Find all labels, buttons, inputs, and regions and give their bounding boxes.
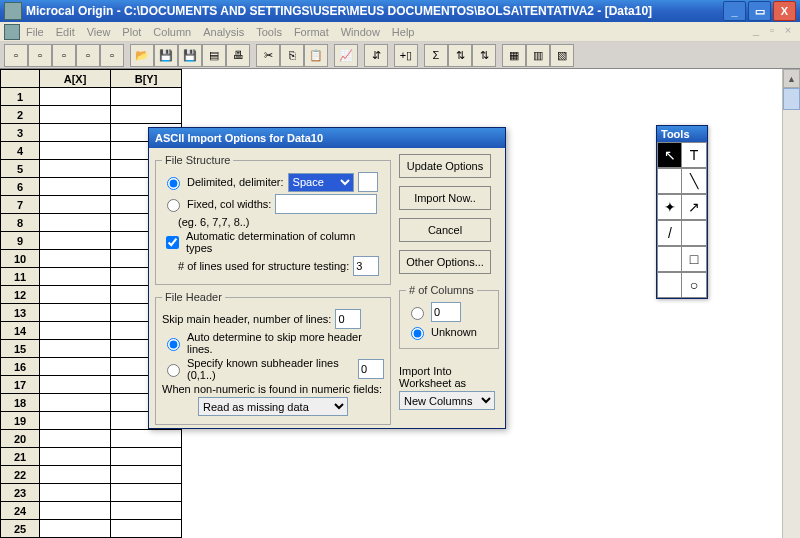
- tool-pointer-icon[interactable]: ↖: [657, 142, 683, 168]
- menu-help[interactable]: Help: [392, 26, 415, 38]
- tb-new5-icon[interactable]: ▫: [100, 44, 124, 67]
- menu-edit[interactable]: Edit: [56, 26, 75, 38]
- import-as-select[interactable]: New Columns: [399, 391, 495, 410]
- cell[interactable]: [40, 196, 111, 214]
- menu-window[interactable]: Window: [341, 26, 380, 38]
- cell[interactable]: [40, 88, 111, 106]
- tb-new2-icon[interactable]: ▫: [28, 44, 52, 67]
- tb-addcol-icon[interactable]: +▯: [394, 44, 418, 67]
- tb-save-icon[interactable]: 💾: [154, 44, 178, 67]
- menu-view[interactable]: View: [87, 26, 111, 38]
- specify-input[interactable]: [358, 359, 384, 379]
- unknown-columns-radio[interactable]: [411, 327, 424, 340]
- cell[interactable]: [40, 484, 111, 502]
- tb-copy-icon[interactable]: ⎘: [280, 44, 304, 67]
- tb-sort2-icon[interactable]: ⇅: [472, 44, 496, 67]
- row-header[interactable]: 22: [1, 466, 40, 484]
- tb-3d-icon[interactable]: ▧: [550, 44, 574, 67]
- tool-crosshair-icon[interactable]: ✦: [657, 194, 683, 220]
- row-header[interactable]: 4: [1, 142, 40, 160]
- row-header[interactable]: 7: [1, 196, 40, 214]
- cell[interactable]: [111, 88, 182, 106]
- tb-stats-icon[interactable]: ▥: [526, 44, 550, 67]
- cell[interactable]: [40, 232, 111, 250]
- tb-layer-icon[interactable]: ▦: [502, 44, 526, 67]
- cell[interactable]: [40, 322, 111, 340]
- inner-close-button[interactable]: ×: [782, 24, 794, 36]
- tool-diag-icon[interactable]: /: [657, 220, 683, 246]
- menu-analysis[interactable]: Analysis: [203, 26, 244, 38]
- tool-curve-icon[interactable]: ╲: [681, 168, 707, 194]
- row-header[interactable]: 10: [1, 250, 40, 268]
- row-header[interactable]: 19: [1, 412, 40, 430]
- row-header[interactable]: 8: [1, 214, 40, 232]
- tool-circle-icon[interactable]: ○: [681, 272, 707, 298]
- cell[interactable]: [40, 358, 111, 376]
- cell[interactable]: [111, 106, 182, 124]
- cell[interactable]: [111, 430, 182, 448]
- row-header[interactable]: 14: [1, 322, 40, 340]
- scroll-thumb[interactable]: [783, 88, 800, 110]
- tools-title[interactable]: Tools: [657, 126, 707, 142]
- cell[interactable]: [40, 448, 111, 466]
- fixed-widths-input[interactable]: [275, 194, 377, 214]
- row-header[interactable]: 6: [1, 178, 40, 196]
- cell[interactable]: [40, 268, 111, 286]
- row-header[interactable]: 17: [1, 376, 40, 394]
- num-columns-radio[interactable]: [411, 307, 424, 320]
- col-header-a[interactable]: A[X]: [40, 70, 111, 88]
- row-header[interactable]: 2: [1, 106, 40, 124]
- row-header[interactable]: 5: [1, 160, 40, 178]
- auto-skip-radio[interactable]: [167, 338, 180, 351]
- row-header[interactable]: 24: [1, 502, 40, 520]
- delimiter-select[interactable]: Space: [288, 173, 354, 192]
- tb-sort-icon[interactable]: ⇅: [448, 44, 472, 67]
- tb-new4-icon[interactable]: ▫: [76, 44, 100, 67]
- specify-radio[interactable]: [167, 364, 180, 377]
- inner-minimize-button[interactable]: _: [750, 24, 762, 36]
- menu-column[interactable]: Column: [153, 26, 191, 38]
- tb-template-icon[interactable]: ▤: [202, 44, 226, 67]
- tb-sigma-icon[interactable]: Σ: [424, 44, 448, 67]
- cell[interactable]: [40, 142, 111, 160]
- maximize-button[interactable]: ▭: [748, 1, 771, 21]
- scroll-up-icon[interactable]: ▲: [783, 69, 800, 88]
- tool-text-icon[interactable]: T: [681, 142, 707, 168]
- row-header[interactable]: 20: [1, 430, 40, 448]
- lines-input[interactable]: [353, 256, 379, 276]
- cell[interactable]: [40, 520, 111, 538]
- tool-blank1-icon[interactable]: [657, 246, 683, 272]
- sheet-corner[interactable]: [1, 70, 40, 88]
- menu-plot[interactable]: Plot: [122, 26, 141, 38]
- tb-open-icon[interactable]: 📂: [130, 44, 154, 67]
- menu-format[interactable]: Format: [294, 26, 329, 38]
- cell[interactable]: [40, 340, 111, 358]
- tool-arrow-icon[interactable]: ↗: [681, 194, 707, 220]
- menu-tools[interactable]: Tools: [256, 26, 282, 38]
- delimited-radio[interactable]: [167, 177, 180, 190]
- tool-line-icon[interactable]: [657, 168, 683, 194]
- tb-new3-icon[interactable]: ▫: [52, 44, 76, 67]
- minimize-button[interactable]: _: [723, 1, 746, 21]
- cell[interactable]: [40, 304, 111, 322]
- cell[interactable]: [40, 286, 111, 304]
- import-now-button[interactable]: Import Now..: [399, 186, 491, 210]
- cell[interactable]: [111, 484, 182, 502]
- num-columns-input[interactable]: [431, 302, 461, 322]
- cell[interactable]: [40, 376, 111, 394]
- vertical-scrollbar[interactable]: ▲: [782, 69, 800, 538]
- dialog-title[interactable]: ASCII Import Options for Data10: [149, 128, 505, 148]
- update-options-button[interactable]: Update Options: [399, 154, 491, 178]
- row-header[interactable]: 11: [1, 268, 40, 286]
- cell[interactable]: [111, 520, 182, 538]
- row-header[interactable]: 16: [1, 358, 40, 376]
- other-options-button[interactable]: Other Options...: [399, 250, 491, 274]
- close-button[interactable]: X: [773, 1, 796, 21]
- row-header[interactable]: 12: [1, 286, 40, 304]
- col-header-b[interactable]: B[Y]: [111, 70, 182, 88]
- fixed-radio[interactable]: [167, 199, 180, 212]
- row-header[interactable]: 21: [1, 448, 40, 466]
- tool-blank2-icon[interactable]: [657, 272, 683, 298]
- cell[interactable]: [40, 430, 111, 448]
- row-header[interactable]: 23: [1, 484, 40, 502]
